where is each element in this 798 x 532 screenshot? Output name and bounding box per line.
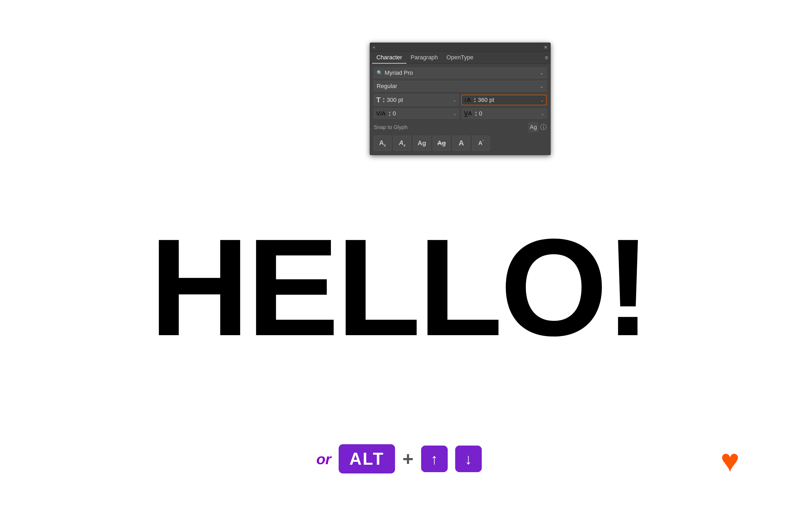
arrow-up-icon: ↑: [431, 450, 438, 468]
collapse-icon[interactable]: «: [373, 44, 375, 50]
kerning-up-arrow[interactable]: ▲: [475, 111, 477, 114]
search-icon: 🔍: [377, 70, 382, 76]
kerning-down-arrow[interactable]: ▼: [475, 114, 477, 117]
kerning-arrows[interactable]: ▲ ▼: [475, 111, 477, 117]
tracking-chevron[interactable]: ⌄: [453, 111, 456, 116]
alt-key-badge: ALT: [339, 444, 395, 474]
font-size-spinbox[interactable]: T ▲ ▼ 300 pt ⌄: [374, 94, 459, 106]
size-leading-row: T ▲ ▼ 300 pt ⌄ ↕A ▲ ▼ 360 pt ⌄: [374, 94, 547, 106]
hello-canvas-text: HELLO!: [0, 218, 798, 357]
panel-titlebar: « ✕: [370, 43, 550, 52]
tracking-spinbox[interactable]: V/A ▲ ▼ 0 ⌄: [374, 109, 459, 119]
leading-down-arrow[interactable]: ▼: [474, 100, 476, 103]
snap-ag-button[interactable]: Ag: [529, 122, 538, 132]
glyph-ax-sansserif-label: Ax: [399, 139, 405, 147]
font-size-value: 300 pt: [387, 97, 451, 103]
glyph-btn-ag-normal[interactable]: Ag: [413, 136, 431, 151]
glyph-ag-normal-label: Ag: [418, 139, 426, 147]
glyph-row: Ax Ax Ag Ag A Aˈ: [374, 136, 547, 151]
tab-character[interactable]: Character: [372, 52, 406, 63]
glyph-ag-strike-label: Ag: [437, 139, 446, 147]
panel-menu-icon[interactable]: ≡: [545, 54, 548, 61]
kerning-icon: V̲A: [464, 110, 472, 117]
chevron-down-icon: ⌄: [540, 83, 544, 89]
glyph-btn-a-superscript[interactable]: Aˈ: [472, 136, 490, 151]
heart-icon: ♥: [721, 442, 740, 479]
tab-opentype[interactable]: OpenType: [442, 52, 478, 63]
snap-icons: Ag ⓘ: [529, 122, 547, 132]
panel-titlebar-left: «: [373, 44, 375, 50]
leading-spinbox[interactable]: ↕A ▲ ▼ 360 pt ⌄: [461, 95, 547, 105]
font-style-value: Regular: [377, 83, 540, 90]
font-size-icon: T: [376, 96, 381, 104]
alt-label: ALT: [349, 449, 384, 469]
kerning-chevron[interactable]: ⌄: [541, 111, 544, 116]
font-size-up-arrow[interactable]: ▲: [382, 97, 385, 100]
glyph-a-superscript-label: Aˈ: [478, 139, 483, 147]
tracking-down-arrow[interactable]: ▼: [388, 114, 391, 117]
leading-icon: ↕A: [464, 97, 471, 103]
font-family-dropdown[interactable]: 🔍 Myriad Pro ⌄: [374, 68, 547, 78]
info-icon[interactable]: ⓘ: [540, 123, 547, 131]
snap-to-glyph-label: Snap to Glyph: [374, 124, 407, 130]
glyph-btn-a-caps[interactable]: A: [453, 136, 470, 151]
panel-tabs: Character Paragraph OpenType ≡: [370, 52, 550, 64]
chevron-down-icon: ⌄: [540, 70, 544, 76]
arrow-down-badge: ↓: [455, 445, 482, 472]
glyph-btn-ax-serif[interactable]: Ax: [374, 136, 391, 151]
shortcut-row: or ALT + ↑ ↓: [316, 444, 482, 474]
font-size-chevron[interactable]: ⌄: [453, 98, 456, 103]
arrow-down-icon: ↓: [465, 450, 472, 468]
font-size-down-arrow[interactable]: ▼: [382, 100, 385, 103]
snap-row: Snap to Glyph Ag ⓘ: [374, 121, 547, 133]
tracking-arrows[interactable]: ▲ ▼: [388, 111, 391, 117]
panel-body: 🔍 Myriad Pro ⌄ Regular ⌄ T ▲ ▼ 300 pt ⌄: [370, 64, 550, 155]
leading-up-arrow[interactable]: ▲: [474, 97, 476, 100]
glyph-ax-serif-label: Ax: [379, 139, 386, 147]
font-size-arrows[interactable]: ▲ ▼: [382, 97, 385, 103]
glyph-btn-ax-sansserif[interactable]: Ax: [394, 136, 411, 151]
character-panel: « ✕ Character Paragraph OpenType ≡ 🔍 Myr…: [370, 42, 551, 155]
snap-ag-icon: Ag: [530, 124, 537, 131]
leading-arrows[interactable]: ▲ ▼: [474, 97, 476, 103]
tracking-kerning-row: V/A ▲ ▼ 0 ⌄ V̲A ▲ ▼ 0 ⌄: [374, 109, 547, 119]
tracking-icon: V/A: [376, 110, 385, 117]
plus-label: +: [402, 448, 414, 470]
tracking-up-arrow[interactable]: ▲: [388, 111, 391, 114]
leading-chevron[interactable]: ⌄: [540, 98, 544, 103]
kerning-value: 0: [479, 110, 539, 117]
kerning-spinbox[interactable]: V̲A ▲ ▼ 0 ⌄: [461, 109, 547, 119]
font-family-value: Myriad Pro: [385, 70, 413, 76]
tab-paragraph[interactable]: Paragraph: [406, 52, 442, 63]
leading-value: 360 pt: [478, 97, 539, 103]
or-label: or: [316, 450, 331, 468]
arrow-up-badge: ↑: [421, 445, 448, 472]
glyph-a-caps-label: A: [459, 139, 464, 147]
font-style-dropdown[interactable]: Regular ⌄: [374, 81, 547, 92]
tracking-value: 0: [393, 110, 451, 117]
close-button[interactable]: ✕: [544, 45, 548, 50]
glyph-btn-ag-strike[interactable]: Ag: [433, 136, 450, 151]
